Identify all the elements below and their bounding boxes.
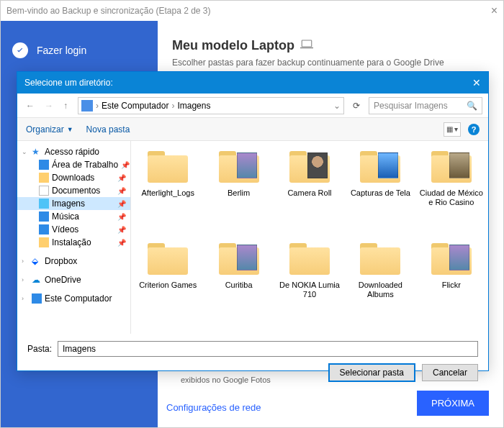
tree-dropbox[interactable]: › ⬙ Dropbox <box>17 255 130 268</box>
folder-icon <box>287 240 332 278</box>
folder-item[interactable]: Berlim <box>204 148 272 235</box>
folder-item[interactable]: Curitiba <box>204 240 272 327</box>
expand-icon[interactable]: › <box>22 276 29 283</box>
search-input[interactable]: Pesquisar Imagens 🔍 <box>369 97 482 114</box>
pc-icon <box>81 100 93 111</box>
folder-icon <box>39 173 49 183</box>
cancel-button[interactable]: Cancelar <box>422 364 478 381</box>
folder-item[interactable]: Downloaded Albums <box>346 240 414 327</box>
folder-item[interactable]: Capturas de Tela <box>346 148 414 235</box>
check-icon <box>12 42 28 58</box>
folder-item[interactable]: Flickr <box>418 240 485 327</box>
window-close-icon[interactable]: × <box>491 4 498 17</box>
folder-picker-dialog: Selecione um diretório: ✕ ← → ↑ › Este C… <box>17 71 489 371</box>
step-login-label: Fazer login <box>37 45 86 56</box>
dialog-footer: Pasta: Selecionar pasta Cancelar <box>17 334 488 388</box>
search-icon: 🔍 <box>467 101 477 111</box>
folder-item[interactable]: Ciudad de México e Rio Casino <box>418 148 485 235</box>
chevron-right-icon: › <box>171 101 174 111</box>
pin-icon: 📌 <box>117 174 126 182</box>
tree-quick-access[interactable]: ⌄ ★ Acesso rápido <box>17 145 130 158</box>
folder-item[interactable]: De NOKIA Lumia 710 <box>276 240 343 327</box>
folder-icon <box>217 148 261 186</box>
folder-item[interactable]: Criterion Games <box>134 240 202 327</box>
step-login: Fazer login <box>12 42 146 58</box>
window-titlebar: Bem-vindo ao Backup e sincronização (Eta… <box>1 1 503 21</box>
svg-rect-1 <box>300 47 313 49</box>
dialog-titlebar: Selecione um diretório: ✕ <box>17 72 488 94</box>
video-icon <box>39 224 49 235</box>
tree-this-pc[interactable]: › Este Computador <box>17 292 130 305</box>
tree-item-documentos[interactable]: Documentos📌 <box>17 184 130 197</box>
tree-item-vídeos[interactable]: Vídeos📌 <box>17 223 130 236</box>
pin-icon: 📌 <box>117 239 126 247</box>
folder-grid: Afterlight_LogsBerlimCamera RollCapturas… <box>131 141 488 334</box>
refresh-icon[interactable]: ⟳ <box>348 99 364 112</box>
folder-icon <box>145 240 190 278</box>
tree-item-área-de-trabalho[interactable]: Área de Trabalho📌 <box>17 158 130 171</box>
monitor-icon <box>32 293 42 304</box>
select-folder-button[interactable]: Selecionar pasta <box>329 364 415 381</box>
folder-label: Berlim <box>228 188 250 198</box>
page-subtitle: Escolher pastas para fazer backup contin… <box>172 58 489 68</box>
docs-icon <box>39 186 49 196</box>
pasta-input[interactable] <box>58 341 478 357</box>
pasta-label: Pasta: <box>27 344 52 354</box>
tree-item-música[interactable]: Música📌 <box>17 210 130 223</box>
window-title: Bem-vindo ao Backup e sincronização (Eta… <box>6 6 211 16</box>
desktop-icon <box>39 160 49 170</box>
folder-label: Camera Roll <box>287 188 331 198</box>
folder-icon <box>287 148 332 186</box>
search-placeholder: Pesquisar Imagens <box>374 101 448 111</box>
breadcrumb-dropdown-icon[interactable]: ⌄ <box>333 101 341 111</box>
folder-icon <box>217 240 261 278</box>
folder-label: De NOKIA Lumia 710 <box>277 281 342 299</box>
folder-label: Flickr <box>442 281 461 290</box>
folder-label: Capturas de Tela <box>351 188 410 198</box>
dialog-title: Selecione um diretório: <box>24 78 113 88</box>
folder-label: Criterion Games <box>139 281 197 290</box>
folder-tree: ⌄ ★ Acesso rápido Área de Trabalho📌Downl… <box>17 141 131 334</box>
breadcrumb-current[interactable]: Imagens <box>177 101 210 111</box>
pin-icon: 📌 <box>117 200 126 208</box>
expand-icon[interactable]: › <box>22 295 29 302</box>
next-button[interactable]: PRÓXIMA <box>417 391 489 416</box>
nav-up-icon[interactable]: ↑ <box>60 99 71 112</box>
folder-item[interactable]: Camera Roll <box>276 148 343 235</box>
svg-rect-0 <box>302 40 312 47</box>
chevron-right-icon: › <box>96 101 99 111</box>
help-icon[interactable]: ? <box>468 124 480 135</box>
nav-back-icon[interactable]: ← <box>23 99 37 112</box>
network-settings-link[interactable]: Configurações de rede <box>166 402 261 413</box>
organize-menu[interactable]: Organizar ▼ <box>26 124 73 135</box>
tree-item-instalação[interactable]: Instalação📌 <box>17 236 130 249</box>
folder-icon <box>358 240 402 278</box>
breadcrumb-root[interactable]: Este Computador <box>102 101 168 111</box>
new-folder-button[interactable]: Nova pasta <box>86 124 130 135</box>
tree-onedrive[interactable]: › ☁ OneDrive <box>17 273 130 286</box>
pin-icon: 📌 <box>117 187 126 195</box>
tree-item-downloads[interactable]: Downloads📌 <box>17 171 130 184</box>
dropbox-icon: ⬙ <box>32 256 42 266</box>
cloud-icon: ☁ <box>32 275 42 285</box>
star-icon: ★ <box>32 147 42 157</box>
pin-icon: 📌 <box>121 161 130 169</box>
tree-item-imagens[interactable]: Imagens📌 <box>17 197 130 210</box>
folder-item[interactable]: Afterlight_Logs <box>134 148 202 235</box>
chevron-down-icon: ▼ <box>67 126 73 133</box>
view-mode-button[interactable]: ▦ ▾ <box>444 122 461 137</box>
folder-icon <box>145 148 190 186</box>
pin-icon: 📌 <box>117 226 126 234</box>
folder-icon <box>429 240 474 278</box>
nav-arrows: ← → ↑ <box>23 99 71 112</box>
laptop-icon <box>300 38 313 53</box>
dialog-toolbar: Organizar ▼ Nova pasta ▦ ▾ ? <box>17 118 488 141</box>
nav-forward-icon[interactable]: → <box>42 99 56 112</box>
dialog-nav-bar: ← → ↑ › Este Computador › Imagens ⌄ ⟳ Pe… <box>17 94 488 118</box>
folder-label: Ciudad de México e Rio Casino <box>419 188 484 207</box>
dialog-close-icon[interactable]: ✕ <box>472 77 481 88</box>
music-icon <box>39 211 49 222</box>
expand-icon[interactable]: › <box>22 258 29 265</box>
collapse-icon[interactable]: ⌄ <box>22 148 29 155</box>
breadcrumb[interactable]: › Este Computador › Imagens ⌄ <box>78 97 344 114</box>
